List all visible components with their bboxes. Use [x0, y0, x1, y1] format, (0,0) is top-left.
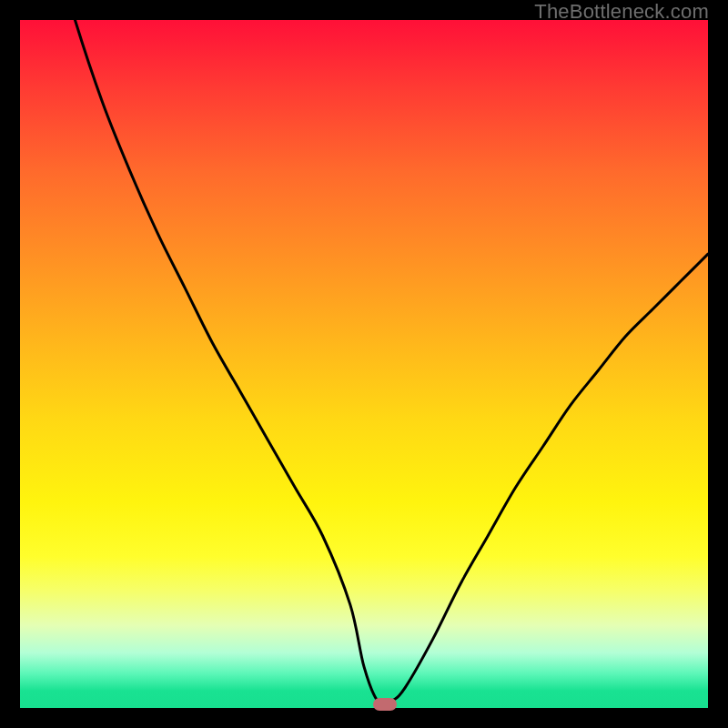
watermark: TheBottleneck.com	[534, 0, 709, 24]
bottleneck-chart	[20, 20, 708, 708]
bottleneck-curve	[20, 20, 708, 708]
optimum-marker	[373, 698, 397, 711]
